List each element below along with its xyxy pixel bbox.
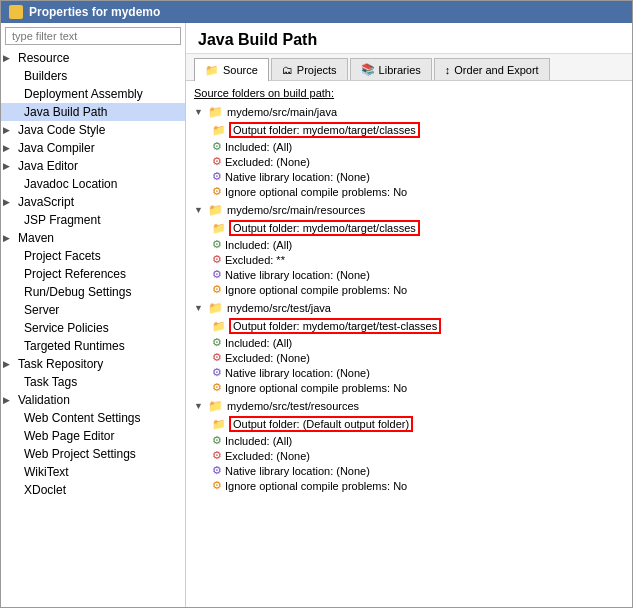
folder-toggle-icon: ▼	[194, 107, 204, 117]
native-icon: ⚙	[212, 268, 222, 281]
sidebar-item-java-compiler[interactable]: ▶Java Compiler	[1, 139, 185, 157]
tree-folder-header[interactable]: ▼📁mydemo/src/test/java	[194, 299, 624, 317]
folder-toggle-icon: ▼	[194, 401, 204, 411]
main-content: ▶ResourceBuildersDeployment AssemblyJava…	[1, 23, 632, 607]
tree-folder-header[interactable]: ▼📁mydemo/src/main/resources	[194, 201, 624, 219]
tree-folder-header[interactable]: ▼📁mydemo/src/test/resources	[194, 397, 624, 415]
sidebar-item-task-repository[interactable]: ▶Task Repository	[1, 355, 185, 373]
sidebar-item-web-content-settings[interactable]: Web Content Settings	[1, 409, 185, 427]
child-label: Output folder: mydemo/target/classes	[229, 220, 420, 236]
sidebar-item-service-policies[interactable]: Service Policies	[1, 319, 185, 337]
sidebar-item-project-facets[interactable]: Project Facets	[1, 247, 185, 265]
sidebar-item-project-references[interactable]: Project References	[1, 265, 185, 283]
tab-source[interactable]: 📁Source	[194, 58, 269, 81]
child-label: Included: (All)	[225, 337, 292, 349]
sidebar-item-web-project-settings[interactable]: Web Project Settings	[1, 445, 185, 463]
native-icon: ⚙	[212, 464, 222, 477]
sidebar-item-java-build-path[interactable]: Java Build Path	[1, 103, 185, 121]
exclude-icon: ⚙	[212, 155, 222, 168]
sidebar-item-validation[interactable]: ▶Validation	[1, 391, 185, 409]
sidebar-item-label: JavaScript	[18, 195, 74, 209]
sidebar-item-deployment-assembly[interactable]: Deployment Assembly	[1, 85, 185, 103]
sidebar-item-java-code-style[interactable]: ▶Java Code Style	[1, 121, 185, 139]
exclude-icon: ⚙	[212, 449, 222, 462]
tree-child-row: ⚙Included: (All)	[212, 139, 624, 154]
sidebar-item-jsp-fragment[interactable]: JSP Fragment	[1, 211, 185, 229]
sidebar-item-xdoclet[interactable]: XDoclet	[1, 481, 185, 499]
sidebar-item-wikitext[interactable]: WikiText	[1, 463, 185, 481]
expand-arrow-icon: ▶	[3, 197, 15, 207]
sidebar-item-javadoc-location[interactable]: Javadoc Location	[1, 175, 185, 193]
sidebar-item-label: Builders	[24, 69, 67, 83]
tree-section: ▼📁mydemo/src/main/resources📁Output folde…	[194, 201, 624, 297]
tree: ▼📁mydemo/src/main/java📁Output folder: my…	[194, 103, 624, 493]
sidebar-item-label: Web Content Settings	[24, 411, 141, 425]
warn-icon: ⚙	[212, 283, 222, 296]
sidebar-item-label: Project References	[24, 267, 126, 281]
child-label: Included: (All)	[225, 141, 292, 153]
sidebar-item-label: Java Code Style	[18, 123, 105, 137]
sidebar-item-resource[interactable]: ▶Resource	[1, 49, 185, 67]
expand-arrow-icon: ▶	[3, 161, 15, 171]
sidebar-item-label: Service Policies	[24, 321, 109, 335]
tree-child-row: 📁Output folder: mydemo/target/test-class…	[212, 317, 624, 335]
tree-child-row: 📁Output folder: mydemo/target/classes	[212, 121, 624, 139]
child-label: Included: (All)	[225, 239, 292, 251]
sidebar-list: ▶ResourceBuildersDeployment AssemblyJava…	[1, 49, 185, 607]
include-icon: ⚙	[212, 336, 222, 349]
sidebar-item-label: WikiText	[24, 465, 69, 479]
sidebar-item-label: Javadoc Location	[24, 177, 117, 191]
expand-arrow-icon: ▶	[3, 125, 15, 135]
sidebar-item-targeted-runtimes[interactable]: Targeted Runtimes	[1, 337, 185, 355]
sidebar-item-server[interactable]: Server	[1, 301, 185, 319]
sidebar-item-label: Project Facets	[24, 249, 101, 263]
folder-name: mydemo/src/main/resources	[227, 204, 365, 216]
child-label: Native library location: (None)	[225, 269, 370, 281]
filter-input[interactable]	[5, 27, 181, 45]
source-folder-icon: 📁	[208, 301, 223, 315]
include-icon: ⚙	[212, 140, 222, 153]
child-label: Output folder: (Default output folder)	[229, 416, 413, 432]
content-label: Source folders on build path:	[194, 87, 624, 99]
tab-label: Projects	[297, 64, 337, 76]
sidebar-item-maven[interactable]: ▶Maven	[1, 229, 185, 247]
warn-icon: ⚙	[212, 381, 222, 394]
child-label: Ignore optional compile problems: No	[225, 382, 407, 394]
native-icon: ⚙	[212, 366, 222, 379]
folder-name: mydemo/src/main/java	[227, 106, 337, 118]
tree-child-row: ⚙Excluded: **	[212, 252, 624, 267]
sidebar-item-label: Run/Debug Settings	[24, 285, 131, 299]
output-icon: 📁	[212, 418, 226, 431]
tree-section: ▼📁mydemo/src/test/resources📁Output folde…	[194, 397, 624, 493]
tree-child-row: ⚙Native library location: (None)	[212, 169, 624, 184]
sidebar-item-web-page-editor[interactable]: Web Page Editor	[1, 427, 185, 445]
tree-children: 📁Output folder: (Default output folder)⚙…	[212, 415, 624, 493]
warn-icon: ⚙	[212, 479, 222, 492]
expand-arrow-icon: ▶	[3, 233, 15, 243]
tree-child-row: ⚙Native library location: (None)	[212, 267, 624, 282]
tree-child-row: ⚙Excluded: (None)	[212, 350, 624, 365]
sidebar-item-java-editor[interactable]: ▶Java Editor	[1, 157, 185, 175]
tab-libraries[interactable]: 📚Libraries	[350, 58, 432, 80]
sidebar-item-rundebug-settings[interactable]: Run/Debug Settings	[1, 283, 185, 301]
window-title: Properties for mydemo	[29, 5, 160, 19]
sidebar-item-label: Java Compiler	[18, 141, 95, 155]
expand-arrow-icon: ▶	[3, 395, 15, 405]
tab-label: Order and Export	[454, 64, 538, 76]
right-panel: Java Build Path 📁Source🗂Projects📚Librari…	[186, 23, 632, 607]
sidebar-item-label: Validation	[18, 393, 70, 407]
source-tab-icon: 📁	[205, 64, 219, 77]
child-label: Ignore optional compile problems: No	[225, 186, 407, 198]
tab-order-and-export[interactable]: ↕Order and Export	[434, 58, 550, 80]
warn-icon: ⚙	[212, 185, 222, 198]
sidebar-item-task-tags[interactable]: Task Tags	[1, 373, 185, 391]
sidebar-item-builders[interactable]: Builders	[1, 67, 185, 85]
tab-projects[interactable]: 🗂Projects	[271, 58, 348, 80]
tree-folder-header[interactable]: ▼📁mydemo/src/main/java	[194, 103, 624, 121]
tree-child-row: ⚙Ignore optional compile problems: No	[212, 282, 624, 297]
sidebar-item-label: Java Editor	[18, 159, 78, 173]
sidebar-item-javascript[interactable]: ▶JavaScript	[1, 193, 185, 211]
properties-window: Properties for mydemo ▶ResourceBuildersD…	[0, 0, 633, 608]
panel-title: Java Build Path	[186, 23, 632, 54]
child-label: Excluded: (None)	[225, 156, 310, 168]
